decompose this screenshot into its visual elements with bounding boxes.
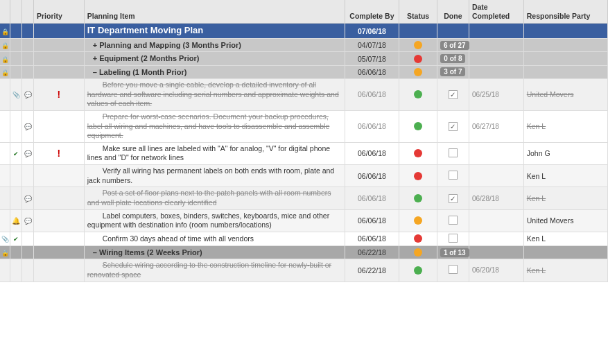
icon-cell [0, 110, 10, 142]
table-header-row: Priority Planning Item Complete By Statu… [0, 0, 608, 24]
done-cell[interactable]: 3 of 7 [437, 65, 469, 78]
icon-cell [0, 259, 10, 281]
planning-cell: + Equipment (2 Months Prior) [84, 52, 345, 65]
group-label: + Planning and Mapping (3 Months Prior) [87, 41, 241, 49]
planning-cell: – Labeling (1 Month Prior) [84, 65, 345, 78]
complete-by-cell: 06/06/18 [345, 187, 399, 209]
checkbox[interactable] [449, 216, 458, 225]
status-cell [399, 245, 437, 259]
icon-cell: 💬 [22, 142, 34, 164]
icon-cell: 🔒 [0, 24, 10, 39]
col-header-date: Date Completed [469, 0, 523, 24]
date-completed-cell [469, 232, 523, 245]
planning-text: Verify all wiring has permanent labels o… [87, 166, 334, 184]
complete-by-cell: 06/22/18 [345, 259, 399, 281]
complete-by-cell: 07/06/18 [345, 24, 399, 39]
priority-flag-icon: ! [58, 89, 61, 100]
planning-text: Prepare for worst-case scenarios. Docume… [87, 112, 330, 139]
bell-icon: 🔔 [12, 217, 20, 225]
status-cell [399, 209, 437, 232]
responsible-party-cell: Ken L [523, 232, 607, 245]
done-cell[interactable] [437, 259, 469, 281]
responsible-party-cell [523, 65, 607, 78]
icon-cell [10, 65, 22, 78]
date-completed-cell [469, 24, 523, 39]
checkbox[interactable]: ✓ [449, 90, 458, 99]
done-cell[interactable]: ✓ [437, 78, 469, 110]
priority-cell: ! [33, 142, 84, 164]
complete-by-cell: 06/06/18 [345, 110, 399, 142]
icon-cell: ✔ [10, 142, 22, 164]
complete-by-cell: 06/22/18 [345, 245, 399, 259]
planning-cell: Prepare for worst-case scenarios. Docume… [84, 110, 345, 142]
table-row: 🔒+ Equipment (2 Months Prior)05/07/180 o… [0, 52, 608, 65]
status-dot [414, 55, 422, 63]
icon-cell [10, 52, 22, 65]
status-cell [399, 39, 437, 52]
icon-cell [10, 110, 22, 142]
checkbox[interactable] [449, 265, 458, 274]
done-cell[interactable]: ✓ [437, 187, 469, 209]
checkbox[interactable] [449, 171, 458, 180]
table-row: 💬Post a set of floor plans next to the p… [0, 187, 608, 209]
done-cell[interactable]: ✓ [437, 110, 469, 142]
table-row: Schedule wiring according to the constru… [0, 259, 608, 281]
priority-cell [33, 39, 84, 52]
done-cell[interactable]: 1 of 13 [437, 245, 469, 259]
planning-cell: IT Department Moving Plan [84, 24, 345, 39]
checkbox[interactable]: ✓ [449, 194, 458, 203]
status-cell [399, 187, 437, 209]
checkbox[interactable]: ✓ [449, 122, 458, 131]
done-cell[interactable] [437, 165, 469, 187]
date-completed-cell: 06/25/18 [469, 78, 523, 110]
status-cell [399, 110, 437, 142]
status-cell [399, 52, 437, 65]
icon-cell: 💬 [22, 78, 34, 110]
status-dot [414, 172, 422, 180]
table-row: 📎💬!Before you move a single cable, devel… [0, 78, 608, 110]
complete-by-cell: 06/06/18 [345, 142, 399, 164]
done-badge: 6 of 27 [440, 41, 469, 50]
icon-cell: 📎 [10, 78, 22, 110]
priority-cell [33, 187, 84, 209]
icon-cell: 🔒 [0, 245, 10, 259]
checkbox[interactable] [449, 234, 458, 243]
status-cell [399, 142, 437, 164]
col-header-priority[interactable]: Priority [33, 0, 84, 24]
complete-by-cell: 06/06/18 [345, 165, 399, 187]
icon-cell [0, 78, 10, 110]
icon-cell: ✔ [10, 232, 22, 245]
planning-cell: Before you move a single cable, develop … [84, 78, 345, 110]
responsible-party-cell: Ken L [523, 259, 607, 281]
col-header-responsible: Responsible Party [523, 0, 607, 24]
icon-cell [10, 24, 22, 39]
comment-icon: 💬 [24, 196, 32, 202]
group-label: – Wiring Items (2 Weeks Prior) [87, 248, 202, 257]
status-cell [399, 259, 437, 281]
table-row: 🔒– Labeling (1 Month Prior)06/06/183 of … [0, 65, 608, 78]
done-cell[interactable] [437, 209, 469, 232]
icon-cell: 💬 [22, 209, 34, 232]
done-badge: 0 of 8 [440, 54, 465, 63]
icon-cell: 📎 [0, 232, 10, 245]
status-dot [414, 41, 422, 49]
done-cell[interactable]: 6 of 27 [437, 39, 469, 52]
icon-cell [10, 165, 22, 187]
icon-cell [0, 209, 10, 232]
planning-text: Make sure all lines are labeled with "A"… [87, 144, 330, 162]
lock-icon: 🔒 [1, 56, 9, 63]
done-cell[interactable] [437, 232, 469, 245]
done-cell[interactable] [437, 142, 469, 164]
col-header-icon3 [22, 0, 34, 24]
responsible-party-cell: Ken L [523, 165, 607, 187]
date-completed-cell [469, 209, 523, 232]
status-dot [414, 248, 422, 257]
responsible-party-cell: United Movers [523, 209, 607, 232]
col-header-icon2 [10, 0, 22, 24]
icon-cell [22, 259, 34, 281]
done-cell[interactable]: 0 of 8 [437, 52, 469, 65]
checkbox[interactable] [449, 148, 458, 157]
comment-icon: 💬 [24, 92, 32, 98]
priority-cell [33, 65, 84, 78]
planning-cell: Confirm 30 days ahead of time with all v… [84, 232, 345, 245]
